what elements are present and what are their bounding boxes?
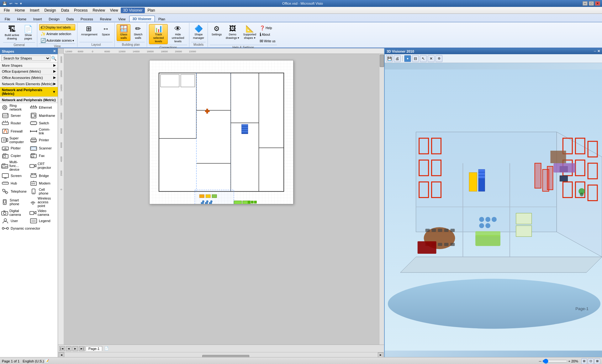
shape-bridge[interactable]: Bridge bbox=[28, 172, 56, 179]
demo-drawings-button[interactable]: 🖼 Demodrawings ▾ bbox=[224, 24, 241, 41]
maximize-button[interactable]: □ bbox=[589, 1, 594, 6]
category-office-acc[interactable]: Office Accessories (Metric) ▶ bbox=[0, 75, 58, 81]
shape-cell-phone[interactable]: Cell phone bbox=[28, 187, 56, 196]
menu-item-plan[interactable]: Plan bbox=[145, 8, 157, 13]
hscroll-thumb[interactable] bbox=[202, 355, 249, 357]
window-controls[interactable]: ─ □ ✕ bbox=[583, 1, 600, 6]
shape-plotter[interactable]: Plotter bbox=[0, 144, 28, 152]
menu-item-view[interactable]: View bbox=[108, 8, 121, 13]
shape-digital-camera[interactable]: Digital camera bbox=[0, 208, 28, 217]
menu-item-review[interactable]: Review bbox=[90, 8, 107, 13]
about-button[interactable]: ℹ About bbox=[258, 31, 277, 38]
panel-3d-close-icon[interactable]: ✕ bbox=[597, 49, 600, 53]
menu-item-design[interactable]: Design bbox=[42, 8, 58, 13]
shape-telephone[interactable]: Telephone bbox=[0, 187, 28, 196]
custom-icon[interactable]: ▾ bbox=[19, 2, 23, 6]
shape-video-camera[interactable]: Video camera bbox=[28, 208, 56, 217]
shape-user[interactable]: User bbox=[0, 217, 28, 225]
shape-hub[interactable]: Hub bbox=[0, 179, 28, 187]
shape-wireless-ap[interactable]: Wireless access point bbox=[28, 196, 56, 208]
shape-mainframe[interactable]: Mainframe bbox=[28, 112, 56, 119]
page-tab-1[interactable]: Page-1 bbox=[86, 346, 102, 351]
hscroll-left[interactable]: ◄ bbox=[59, 352, 64, 357]
ribbon-tab-3d-visioner[interactable]: 3D Visioner bbox=[129, 16, 155, 22]
build-active-button[interactable]: 🏗 Build activedrawing bbox=[3, 24, 21, 42]
expand-btn[interactable]: ⊠ bbox=[594, 358, 600, 364]
shape-smart-phone[interactable]: Smart phone bbox=[0, 196, 28, 208]
autorotate-button[interactable]: 🔄 Autorotate scenes ▾ bbox=[39, 37, 75, 44]
panel-3d-view[interactable]: Page-1 bbox=[385, 63, 602, 357]
normal-view-btn[interactable]: ⊞ bbox=[581, 358, 587, 364]
space-button[interactable]: ↔ Space bbox=[99, 24, 113, 38]
canvas-viewport[interactable] bbox=[64, 54, 379, 345]
zoom-slider[interactable] bbox=[542, 359, 568, 364]
close-button[interactable]: ✕ bbox=[595, 1, 600, 6]
quick-access[interactable]: 💾 ↩ ↪ ▾ bbox=[2, 2, 23, 6]
shapes-search-bar[interactable]: Search for Shapes 🔍 bbox=[0, 54, 58, 63]
shape-comm-link[interactable]: Comm-link bbox=[28, 127, 56, 136]
shape-ethernet[interactable]: Ethernet bbox=[28, 103, 56, 112]
ribbon-tab-review[interactable]: Review bbox=[97, 16, 115, 22]
shape-screen[interactable]: Screen bbox=[0, 172, 28, 179]
page-nav-next[interactable]: ► bbox=[72, 346, 78, 351]
settings-button[interactable]: ⚙ Settings bbox=[210, 24, 224, 38]
shape-multifunc[interactable]: Multi-func... device bbox=[0, 159, 28, 172]
page-nav-last[interactable]: ►| bbox=[79, 346, 85, 351]
track-levels-button[interactable]: 📊 Track selectedlevels bbox=[149, 24, 168, 44]
panel-3d-layers[interactable]: ⊟ bbox=[412, 55, 419, 62]
hscroll-right[interactable]: ► bbox=[378, 352, 383, 357]
panel-3d-tool5[interactable]: ⚙ bbox=[436, 55, 442, 62]
panel-3d-cross[interactable]: ✕ bbox=[428, 55, 435, 62]
ribbon-tab-file[interactable]: File bbox=[1, 16, 14, 22]
shape-legend[interactable]: Legend bbox=[28, 217, 56, 225]
page-nav-prev[interactable]: ◄ bbox=[66, 346, 71, 351]
ribbon-tab-plan[interactable]: Plan bbox=[155, 16, 169, 22]
page-nav-first[interactable]: |◄ bbox=[59, 346, 65, 351]
shape-firewall[interactable]: Firewall bbox=[0, 127, 28, 136]
search-button[interactable]: 🔍 bbox=[51, 56, 56, 61]
ribbon-tab-process[interactable]: Process bbox=[77, 16, 97, 22]
zoom-in-icon[interactable]: + bbox=[568, 359, 570, 363]
menu-item-insert[interactable]: Insert bbox=[27, 8, 42, 13]
panel-3d-color[interactable]: ● bbox=[404, 55, 411, 62]
undo-icon[interactable]: ↩ bbox=[9, 2, 13, 6]
hide-untracked-button[interactable]: 👁 Hide untrackedlevels bbox=[168, 24, 187, 44]
shape-switch[interactable]: Switch bbox=[28, 119, 56, 127]
panel-3d-print[interactable]: 🖨 bbox=[394, 55, 401, 62]
shape-manager-button[interactable]: 🔷 Shapemanager bbox=[191, 24, 206, 41]
ribbon-tab-home[interactable]: Home bbox=[14, 16, 30, 22]
shape-modem[interactable]: Modem bbox=[28, 179, 56, 187]
horizontal-scrollbar[interactable]: ◄ ► bbox=[58, 352, 384, 357]
display-text-button[interactable]: 🏷 Display text labels bbox=[39, 24, 75, 30]
save-icon[interactable]: 💾 bbox=[2, 2, 8, 6]
minimize-button[interactable]: ─ bbox=[583, 1, 588, 6]
glass-walls-button[interactable]: 🪟 Glasswalls bbox=[117, 24, 130, 41]
panel-3d-select[interactable]: ↖ bbox=[420, 55, 427, 62]
shape-copier[interactable]: Copier bbox=[0, 152, 28, 159]
menu-item-3d-visioner[interactable]: 3D Visioner bbox=[121, 8, 145, 13]
full-view-btn[interactable]: ⊡ bbox=[588, 358, 594, 364]
shape-scanner[interactable]: Scanner bbox=[28, 144, 56, 152]
category-network-room[interactable]: Network Room Elements (Metric) ▶ bbox=[0, 81, 58, 87]
more-shapes-button[interactable]: More Shapes ▶ bbox=[0, 63, 58, 68]
shape-crt-projector[interactable]: CRT projector bbox=[28, 159, 56, 172]
shape-printer[interactable]: Printer bbox=[28, 136, 56, 144]
menu-item-process[interactable]: Process bbox=[71, 8, 90, 13]
shape-router[interactable]: Router bbox=[0, 119, 28, 127]
shape-fax[interactable]: Fax bbox=[28, 152, 56, 159]
page-new-icon[interactable]: 📄 bbox=[104, 346, 109, 351]
ribbon-tab-view[interactable]: View bbox=[115, 16, 129, 22]
write-us-button[interactable]: ✉ Write us bbox=[258, 38, 277, 44]
sketch-walls-button[interactable]: ✏ Sketchwalls bbox=[131, 24, 145, 41]
shape-dynamic-connector[interactable]: Dynamic connector bbox=[0, 225, 58, 232]
redo-icon[interactable]: ↪ bbox=[14, 2, 18, 6]
show-pages-button[interactable]: 📄 Showpages bbox=[21, 24, 35, 42]
shapes-close-icon[interactable]: ✕ bbox=[53, 49, 56, 53]
menu-item-data[interactable]: Data bbox=[59, 8, 71, 13]
spell-check-icon[interactable]: 📝 bbox=[45, 359, 49, 363]
shape-ring-network[interactable]: Ring network bbox=[0, 103, 28, 112]
animate-selection-button[interactable]: ✨ Animate selection bbox=[39, 31, 75, 37]
shapes-search-select[interactable]: Search for Shapes bbox=[1, 55, 50, 61]
help-button[interactable]: ❓ Help bbox=[258, 25, 277, 31]
category-network-periph[interactable]: Network and Peripherals (Metric) ▼ bbox=[0, 87, 58, 97]
